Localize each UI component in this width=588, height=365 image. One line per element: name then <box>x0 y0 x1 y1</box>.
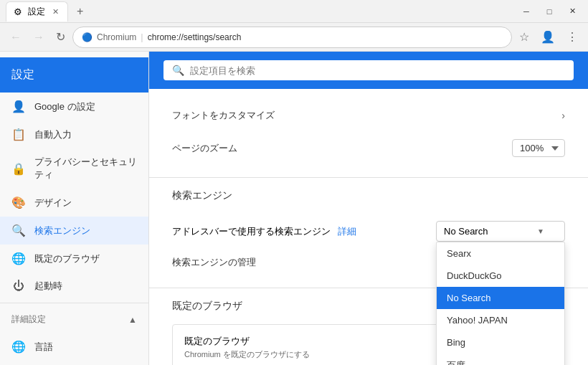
startup-icon: ⏻ <box>11 280 26 293</box>
dropdown-option-baidu[interactable]: 百度 <box>437 354 564 365</box>
sidebar-label-browser: 既定のブラウザ <box>34 252 100 265</box>
zoom-item: ページのズーム 75% 90% 100% 110% 125% 150% 175%… <box>172 131 565 166</box>
address-bar-search-label-group: アドレスバーで使用する検索エンジン 詳細 <box>172 225 356 238</box>
dropdown-option-duckduckgo1[interactable]: DuckDuckGo <box>437 265 564 287</box>
advanced-chevron-icon: ▲ <box>128 315 137 325</box>
search-engine-icon: 🔍 <box>11 224 26 237</box>
default-browser-subtitle: Chromium を既定のブラウザにする <box>184 349 310 360</box>
dropdown-option-nosearch[interactable]: No Search <box>437 287 564 309</box>
google-icon: 👤 <box>11 100 26 113</box>
sidebar-item-design[interactable]: 🎨 デザイン <box>0 189 148 217</box>
nav-extra-buttons: ☆ 👤 ⋮ <box>515 27 582 47</box>
sidebar: 設定 👤 Google の設定 📋 自動入力 🔒 プライバシーとセキュリティ 🎨… <box>0 52 149 365</box>
dropdown-menu: Searx DuckDuckGo No Search Yahoo! JAPAN … <box>436 242 565 365</box>
back-button[interactable]: ← <box>6 28 26 47</box>
dropdown-option-yahoo[interactable]: Yahoo! JAPAN <box>437 309 564 331</box>
design-icon: 🎨 <box>11 196 26 209</box>
tab-settings-icon: ⚙ <box>14 6 22 17</box>
font-customize-label: フォントをカスタマイズ <box>172 109 275 122</box>
content-area: 🔍 フォントをカスタマイズ › ページのズーム 75% 90% 100% 110… <box>149 52 588 365</box>
tab-title: 設定 <box>28 6 45 18</box>
sidebar-item-privacy[interactable]: 🔒 プライバシーとセキュリティ <box>0 148 148 189</box>
sidebar-label-language: 言語 <box>34 341 53 354</box>
tab-close-button[interactable]: ✕ <box>51 6 60 18</box>
site-security-icon: 🔵 <box>82 32 93 42</box>
zoom-label: ページのズーム <box>172 142 237 155</box>
address-url: chrome://settings/search <box>148 32 242 42</box>
sidebar-item-startup[interactable]: ⏻ 起動時 <box>0 272 148 300</box>
sidebar-label-startup: 起動時 <box>34 280 62 293</box>
sidebar-item-browser[interactable]: 🌐 既定のブラウザ <box>0 245 148 272</box>
zoom-select[interactable]: 75% 90% 100% 110% 125% 150% 175% 200% <box>512 139 565 157</box>
dropdown-option-searx[interactable]: Searx <box>437 242 564 265</box>
sidebar-header: 設定 <box>0 57 148 93</box>
sidebar-label-autofill: 自動入力 <box>34 128 72 141</box>
default-browser-label: 既定のブラウザ <box>184 335 310 348</box>
dropdown-selected-value: No Search <box>444 226 488 237</box>
address-bar-search-row: アドレスバーで使用する検索エンジン 詳細 No Search ▼ Searx D… <box>172 214 565 249</box>
settings-search-input[interactable] <box>190 65 565 76</box>
language-icon: 🌐 <box>11 340 26 354</box>
settings-search-bar: 🔍 <box>149 52 588 89</box>
sidebar-label-google: Google の設定 <box>34 100 95 113</box>
search-engine-dropdown[interactable]: No Search ▼ <box>436 221 565 242</box>
menu-button[interactable]: ⋮ <box>562 27 582 47</box>
font-customize-item[interactable]: フォントをカスタマイズ › <box>172 100 565 131</box>
close-button[interactable]: ✕ <box>562 4 582 19</box>
sidebar-divider <box>0 303 148 303</box>
advanced-section-header[interactable]: 詳細設定 ▲ <box>0 306 148 333</box>
settings-search-inner[interactable]: 🔍 <box>163 60 574 80</box>
address-bar-search-label: アドレスバーで使用する検索エンジン <box>172 226 331 237</box>
window-controls: ─ □ ✕ <box>516 4 582 19</box>
sidebar-label-privacy: プライバシーとセキュリティ <box>34 156 137 181</box>
account-button[interactable]: 👤 <box>536 27 559 47</box>
advanced-label: 詳細設定 <box>11 313 46 326</box>
detail-link[interactable]: 詳細 <box>338 226 356 237</box>
bookmark-button[interactable]: ☆ <box>515 27 534 47</box>
sidebar-item-google[interactable]: 👤 Google の設定 <box>0 93 148 120</box>
manage-search-engines-label: 検索エンジンの管理 <box>172 256 256 269</box>
sidebar-item-search[interactable]: 🔍 検索エンジン <box>0 217 148 245</box>
settings-search-icon: 🔍 <box>172 65 184 76</box>
sidebar-label-design: デザイン <box>34 196 72 209</box>
sidebar-item-download[interactable]: ⬇ ダウンロード <box>0 361 148 365</box>
navbar: ← → ↻ 🔵 Chromium | chrome://settings/sea… <box>0 23 588 52</box>
maximize-button[interactable]: □ <box>539 4 559 19</box>
sidebar-label-search: 検索エンジン <box>34 224 90 237</box>
font-section: フォントをカスタマイズ › ページのズーム 75% 90% 100% 110% … <box>149 89 588 178</box>
search-engine-title: 検索エンジン <box>172 189 565 202</box>
new-tab-button[interactable]: + <box>72 4 87 19</box>
sidebar-item-language[interactable]: 🌐 言語 <box>0 333 148 361</box>
autofill-icon: 📋 <box>11 128 26 141</box>
dropdown-option-bing[interactable]: Bing <box>437 331 564 354</box>
main-container: 設定 👤 Google の設定 📋 自動入力 🔒 プライバシーとセキュリティ 🎨… <box>0 52 588 365</box>
sidebar-item-autofill[interactable]: 📋 自動入力 <box>0 120 148 148</box>
titlebar-left: ⚙ 設定 ✕ + <box>6 1 87 22</box>
minimize-button[interactable]: ─ <box>516 4 536 19</box>
dropdown-arrow-icon: ▼ <box>537 227 544 235</box>
search-engine-dropdown-container: No Search ▼ Searx DuckDuckGo No Search Y… <box>436 221 565 242</box>
reload-button[interactable]: ↻ <box>52 27 70 47</box>
site-name: Chromium <box>97 32 136 42</box>
zoom-control: 75% 90% 100% 110% 125% 150% 175% 200% <box>512 139 565 157</box>
browser-icon: 🌐 <box>11 252 26 265</box>
font-chevron-icon: › <box>561 110 565 121</box>
default-browser-info: 既定のブラウザ Chromium を既定のブラウザにする <box>184 335 310 360</box>
forward-button[interactable]: → <box>29 28 49 47</box>
titlebar: ⚙ 設定 ✕ + ─ □ ✕ <box>0 0 588 23</box>
address-bar[interactable]: 🔵 Chromium | chrome://settings/search <box>72 27 512 48</box>
privacy-icon: 🔒 <box>11 162 26 176</box>
address-separator: | <box>141 32 143 42</box>
active-tab[interactable]: ⚙ 設定 ✕ <box>6 1 68 22</box>
search-engine-section: 検索エンジン アドレスバーで使用する検索エンジン 詳細 No Search ▼ … <box>149 178 588 288</box>
